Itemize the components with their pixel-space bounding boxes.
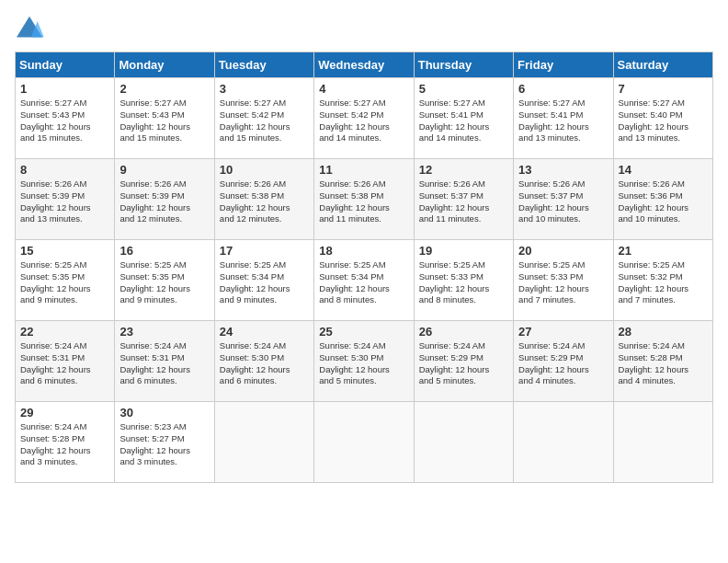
- calendar-cell-15: 15Sunrise: 5:25 AM Sunset: 5:35 PM Dayli…: [16, 240, 115, 321]
- calendar-cell-16: 16Sunrise: 5:25 AM Sunset: 5:35 PM Dayli…: [115, 240, 214, 321]
- calendar-week-3: 15Sunrise: 5:25 AM Sunset: 5:35 PM Dayli…: [16, 240, 713, 321]
- calendar-cell-empty: [314, 402, 414, 483]
- weekday-header-sunday: Sunday: [16, 52, 115, 78]
- logo-icon: [15, 15, 44, 40]
- calendar-cell-2: 2Sunrise: 5:27 AM Sunset: 5:43 PM Daylig…: [115, 78, 214, 159]
- calendar-cell-6: 6Sunrise: 5:27 AM Sunset: 5:41 PM Daylig…: [514, 78, 613, 159]
- calendar-cell-3: 3Sunrise: 5:27 AM Sunset: 5:42 PM Daylig…: [214, 78, 313, 159]
- weekday-header-friday: Friday: [514, 52, 613, 78]
- logo: [15, 15, 48, 40]
- calendar-cell-19: 19Sunrise: 5:25 AM Sunset: 5:33 PM Dayli…: [414, 240, 513, 321]
- calendar-cell-25: 25Sunrise: 5:24 AM Sunset: 5:30 PM Dayli…: [314, 321, 414, 402]
- calendar-cell-29: 29Sunrise: 5:24 AM Sunset: 5:28 PM Dayli…: [16, 402, 115, 483]
- calendar-cell-30: 30Sunrise: 5:23 AM Sunset: 5:27 PM Dayli…: [115, 402, 214, 483]
- calendar-cell-27: 27Sunrise: 5:24 AM Sunset: 5:29 PM Dayli…: [514, 321, 613, 402]
- calendar-cell-28: 28Sunrise: 5:24 AM Sunset: 5:28 PM Dayli…: [613, 321, 712, 402]
- calendar-cell-21: 21Sunrise: 5:25 AM Sunset: 5:32 PM Dayli…: [613, 240, 712, 321]
- weekday-header-wednesday: Wednesday: [314, 52, 414, 78]
- calendar-week-2: 8Sunrise: 5:26 AM Sunset: 5:39 PM Daylig…: [16, 159, 713, 240]
- calendar-cell-9: 9Sunrise: 5:26 AM Sunset: 5:39 PM Daylig…: [115, 159, 214, 240]
- weekday-header-thursday: Thursday: [414, 52, 513, 78]
- weekday-header-saturday: Saturday: [613, 52, 712, 78]
- calendar-cell-13: 13Sunrise: 5:26 AM Sunset: 5:37 PM Dayli…: [514, 159, 613, 240]
- calendar-cell-24: 24Sunrise: 5:24 AM Sunset: 5:30 PM Dayli…: [214, 321, 313, 402]
- calendar-cell-14: 14Sunrise: 5:26 AM Sunset: 5:36 PM Dayli…: [613, 159, 712, 240]
- weekday-header-monday: Monday: [115, 52, 214, 78]
- calendar-cell-5: 5Sunrise: 5:27 AM Sunset: 5:41 PM Daylig…: [414, 78, 513, 159]
- calendar-cell-20: 20Sunrise: 5:25 AM Sunset: 5:33 PM Dayli…: [514, 240, 613, 321]
- calendar-cell-12: 12Sunrise: 5:26 AM Sunset: 5:37 PM Dayli…: [414, 159, 513, 240]
- calendar-cell-empty: [613, 402, 712, 483]
- calendar-cell-10: 10Sunrise: 5:26 AM Sunset: 5:38 PM Dayli…: [214, 159, 313, 240]
- calendar-cell-empty: [214, 402, 313, 483]
- header: [15, 15, 713, 40]
- weekday-header-row: SundayMondayTuesdayWednesdayThursdayFrid…: [16, 52, 713, 78]
- weekday-header-tuesday: Tuesday: [214, 52, 313, 78]
- calendar-cell-8: 8Sunrise: 5:26 AM Sunset: 5:39 PM Daylig…: [16, 159, 115, 240]
- calendar-table: SundayMondayTuesdayWednesdayThursdayFrid…: [15, 52, 713, 483]
- calendar-cell-4: 4Sunrise: 5:27 AM Sunset: 5:42 PM Daylig…: [314, 78, 414, 159]
- calendar-week-5: 29Sunrise: 5:24 AM Sunset: 5:28 PM Dayli…: [16, 402, 713, 483]
- calendar-cell-7: 7Sunrise: 5:27 AM Sunset: 5:40 PM Daylig…: [613, 78, 712, 159]
- calendar-cell-empty: [414, 402, 513, 483]
- calendar-cell-17: 17Sunrise: 5:25 AM Sunset: 5:34 PM Dayli…: [214, 240, 313, 321]
- calendar-cell-18: 18Sunrise: 5:25 AM Sunset: 5:34 PM Dayli…: [314, 240, 414, 321]
- calendar-cell-11: 11Sunrise: 5:26 AM Sunset: 5:38 PM Dayli…: [314, 159, 414, 240]
- calendar-cell-1: 1Sunrise: 5:27 AM Sunset: 5:43 PM Daylig…: [16, 78, 115, 159]
- calendar-week-4: 22Sunrise: 5:24 AM Sunset: 5:31 PM Dayli…: [16, 321, 713, 402]
- calendar-cell-23: 23Sunrise: 5:24 AM Sunset: 5:31 PM Dayli…: [115, 321, 214, 402]
- calendar-cell-26: 26Sunrise: 5:24 AM Sunset: 5:29 PM Dayli…: [414, 321, 513, 402]
- calendar-cell-22: 22Sunrise: 5:24 AM Sunset: 5:31 PM Dayli…: [16, 321, 115, 402]
- calendar-cell-empty: [514, 402, 613, 483]
- calendar-week-1: 1Sunrise: 5:27 AM Sunset: 5:43 PM Daylig…: [16, 78, 713, 159]
